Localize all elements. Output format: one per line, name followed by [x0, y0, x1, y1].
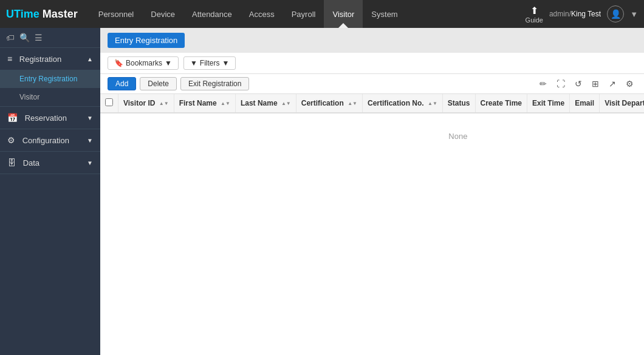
filters-label: Filters — [200, 59, 220, 67]
settings-icon-button[interactable]: ⚙ — [623, 78, 637, 90]
sidebar-toolbar: 🏷 🔍 ☰ — [0, 28, 100, 48]
sidebar-section-reservation-header[interactable]: 📅 Reservation ▼ — [0, 107, 100, 129]
list-icon[interactable]: ☰ — [35, 33, 43, 42]
data-section-icon: 🗄 — [7, 158, 16, 167]
bookmark-icon: 🔖 — [114, 59, 123, 67]
main-layout: 🏷 🔍 ☰ ≡ Registration ▲ Entry Registratio… — [0, 28, 644, 355]
col-certification[interactable]: Certification ▲▼ — [296, 94, 362, 113]
settings-icon: ⚙ — [626, 79, 634, 89]
col-last-name-label: Last Name — [241, 99, 278, 107]
data-table: Visitor ID ▲▼ First Name ▲▼ Last Name ▲▼ — [100, 94, 644, 159]
guide-icon: ⬆ — [530, 5, 538, 16]
col-certification-no[interactable]: Certification No. ▲▼ — [362, 94, 442, 113]
nav-item-access[interactable]: Access — [241, 0, 283, 28]
col-create-time-label: Create Time — [481, 99, 522, 107]
empty-row: None — [100, 113, 644, 159]
registration-chevron-icon: ▲ — [87, 56, 93, 63]
user-admin: admin — [549, 10, 569, 18]
col-first-name-label: First Name — [179, 99, 217, 107]
exit-registration-button[interactable]: Exit Registration — [180, 77, 249, 90]
user-avatar[interactable]: 👤 — [607, 5, 624, 22]
edit-icon-button[interactable]: ✏ — [536, 78, 550, 90]
reservation-section-icon: 📅 — [7, 113, 18, 123]
data-section-label: Data — [23, 158, 39, 167]
expand-icon-button[interactable]: ⛶ — [553, 78, 568, 90]
select-all-checkbox[interactable] — [105, 98, 113, 106]
checkbox-col-header[interactable] — [100, 94, 118, 113]
nav-items: Personnel Device Attendance Access Payro… — [90, 0, 526, 28]
col-status-label: Status — [448, 99, 470, 107]
refresh-icon: ↺ — [575, 79, 582, 89]
user-dropdown-icon[interactable]: ▼ — [630, 10, 638, 19]
filters-dropdown-icon: ▼ — [222, 59, 229, 67]
user-name: King Test — [571, 10, 601, 18]
add-button[interactable]: Add — [108, 77, 136, 90]
nav-item-attendance[interactable]: Attendance — [183, 0, 241, 28]
sidebar-section-configuration-header[interactable]: ⚙ Configuration ▼ — [0, 129, 100, 151]
col-visitor-id-label: Visitor ID — [123, 99, 155, 107]
table-body: None — [100, 113, 644, 159]
sort-certification-icon: ▲▼ — [348, 101, 357, 106]
registration-section-icon: ≡ — [7, 54, 12, 64]
empty-text: None — [100, 113, 644, 159]
sidebar-section-configuration: ⚙ Configuration ▼ — [0, 129, 100, 152]
columns-icon: ⊞ — [592, 79, 599, 89]
export-icon: ↗ — [609, 79, 616, 89]
nav-item-system[interactable]: System — [363, 0, 406, 28]
toolbar: 🔖 Bookmarks ▼ ▼ Filters ▼ — [100, 53, 644, 74]
reservation-section-label: Reservation — [25, 113, 67, 123]
export-icon-button[interactable]: ↗ — [606, 78, 619, 90]
sidebar-section-data: 🗄 Data ▼ — [0, 152, 100, 174]
top-nav: UTime Master Personnel Device Attendance… — [0, 0, 644, 28]
bookmarks-button[interactable]: 🔖 Bookmarks ▼ — [108, 56, 179, 70]
sidebar-section-registration-header[interactable]: ≡ Registration ▲ — [0, 48, 100, 70]
filters-button[interactable]: ▼ Filters ▼ — [183, 56, 236, 70]
data-chevron-icon: ▼ — [87, 160, 93, 166]
sidebar: 🏷 🔍 ☰ ≡ Registration ▲ Entry Registratio… — [0, 28, 100, 355]
guide-area[interactable]: ⬆ Guide — [526, 5, 543, 24]
col-visit-department[interactable]: Visit Department — [600, 94, 644, 113]
filter-icon: ▼ — [190, 59, 197, 67]
nav-item-payroll[interactable]: Payroll — [283, 0, 324, 28]
configuration-chevron-icon: ▼ — [87, 137, 93, 144]
col-create-time[interactable]: Create Time — [475, 94, 527, 113]
nav-item-visitor[interactable]: Visitor — [324, 0, 363, 28]
nav-item-personnel[interactable]: Personnel — [90, 0, 143, 28]
nav-item-device[interactable]: Device — [142, 0, 183, 28]
delete-button[interactable]: Delete — [140, 77, 177, 90]
app-logo[interactable]: UTime Master — [6, 8, 78, 21]
col-last-name[interactable]: Last Name ▲▼ — [235, 94, 296, 113]
col-certification-no-label: Certification No. — [368, 99, 424, 107]
logo-master: Master — [39, 8, 78, 20]
sort-certification-no-icon: ▲▼ — [428, 101, 437, 106]
sort-first-name-icon: ▲▼ — [221, 101, 230, 106]
sort-last-name-icon: ▲▼ — [281, 101, 291, 106]
col-exit-time[interactable]: Exit Time — [527, 94, 570, 113]
content-area: Entry Registration 🔖 Bookmarks ▼ ▼ Filte… — [100, 28, 644, 355]
col-email[interactable]: Email — [570, 94, 600, 113]
col-visitor-id[interactable]: Visitor ID ▲▼ — [118, 94, 174, 113]
refresh-icon-button[interactable]: ↺ — [572, 78, 585, 90]
configuration-section-icon: ⚙ — [7, 135, 15, 145]
registration-section-label: Registration — [19, 55, 61, 64]
sidebar-section-registration: ≡ Registration ▲ Entry Registration Visi… — [0, 48, 100, 107]
tag-icon[interactable]: 🏷 — [6, 33, 15, 42]
sidebar-item-visitor[interactable]: Visitor — [0, 88, 100, 106]
col-email-label: Email — [575, 99, 594, 107]
expand-icon: ⛶ — [557, 79, 565, 89]
guide-label: Guide — [526, 16, 543, 24]
sub-header: Entry Registration — [100, 28, 644, 53]
bookmarks-label: Bookmarks — [126, 59, 162, 67]
col-visit-department-label: Visit Department — [605, 99, 644, 107]
col-exit-time-label: Exit Time — [532, 99, 564, 107]
sort-visitor-id-icon: ▲▼ — [159, 101, 169, 106]
sidebar-item-entry-registration[interactable]: Entry Registration — [0, 70, 100, 88]
col-status[interactable]: Status — [442, 94, 475, 113]
columns-icon-button[interactable]: ⊞ — [589, 78, 602, 90]
search-icon[interactable]: 🔍 — [19, 33, 30, 42]
breadcrumb-button[interactable]: Entry Registration — [108, 33, 185, 48]
reservation-chevron-icon: ▼ — [87, 115, 93, 121]
col-first-name[interactable]: First Name ▲▼ — [174, 94, 235, 113]
sidebar-section-data-header[interactable]: 🗄 Data ▼ — [0, 152, 100, 174]
bookmarks-dropdown-icon: ▼ — [165, 59, 172, 67]
